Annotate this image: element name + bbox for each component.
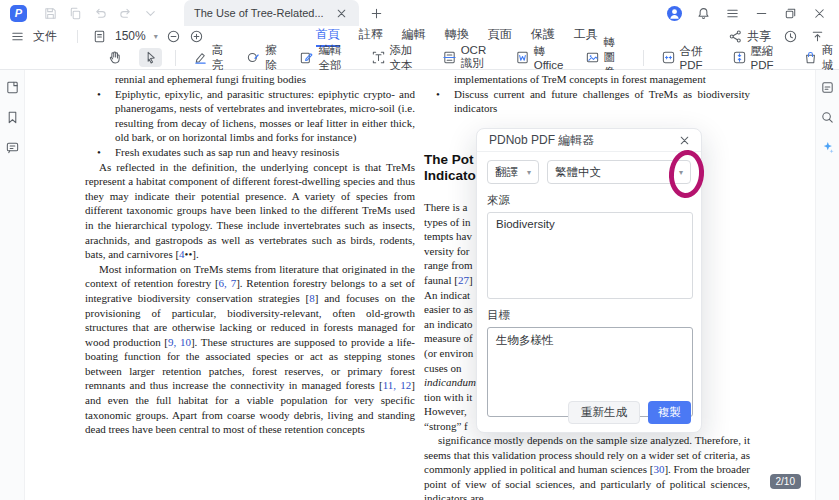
zoom-caret-icon[interactable]: ▾ (154, 32, 158, 41)
document-line: measure of (424, 331, 476, 346)
page-view-icon[interactable] (92, 29, 107, 44)
minimize-button[interactable] (754, 6, 769, 21)
document-right-column: implementations of TreM concepts in fore… (424, 72, 750, 116)
document-line: indicandum (424, 375, 476, 390)
dialog-close-icon[interactable] (677, 133, 692, 148)
new-tab-button[interactable] (369, 6, 384, 21)
ocr-label: OCR識別 (461, 44, 494, 71)
page-indicator[interactable]: 2/10 (770, 474, 801, 489)
copy-icon[interactable] (68, 6, 83, 21)
edit-all-label: 編輯全部 (318, 43, 349, 73)
source-textarea[interactable]: Biodiversity (487, 212, 693, 299)
document-line: implementations of TreM concepts in fore… (424, 72, 750, 87)
source-label: 來源 (477, 184, 701, 212)
pdf-editor-window: P The Use of Tree-Related... 文件 (0, 0, 839, 500)
document-line: As reflected in the definition, the unde… (85, 160, 415, 262)
document-line: rennial and ephemeral fungi fruiting bod… (85, 72, 415, 87)
document-line: faunal [27] (424, 273, 476, 288)
ocr-icon (442, 50, 457, 65)
document-line: types of in (424, 215, 476, 230)
user-avatar[interactable] (667, 6, 682, 21)
mode-select-value: 翻譯 (495, 165, 518, 180)
caret-down-icon[interactable] (143, 6, 158, 21)
document-line: tion with it (424, 390, 476, 405)
tab-close-icon[interactable] (334, 6, 349, 21)
right-sidebar (815, 70, 839, 500)
document-tab-title: The Use of Tree-Related... (194, 7, 324, 19)
highlight-label: 高亮 (212, 43, 225, 73)
titlebar: P The Use of Tree-Related... (0, 0, 839, 26)
document-line: Most information on TreMs stems from lit… (85, 262, 415, 437)
document-line: There is a (424, 200, 476, 215)
document-line: “strong” f (424, 419, 476, 434)
document-line: However, (424, 404, 476, 419)
office-icon (515, 50, 530, 65)
document-line: •Discuss current and future challenges o… (424, 87, 750, 116)
save-icon[interactable] (43, 6, 58, 21)
compress-pdf-button[interactable]: 壓縮PDF (728, 42, 786, 73)
notifications-bell-icon[interactable] (696, 6, 711, 21)
document-left-column: rennial and ephemeral fungi fruiting bod… (85, 72, 415, 437)
compress-icon (732, 50, 747, 65)
bullet-marker: • (436, 87, 440, 102)
merge-pdf-button[interactable]: 合併PDF (657, 42, 715, 73)
zoom-out-button[interactable] (166, 29, 181, 44)
document-line: cuses on (424, 361, 476, 376)
zoom-level[interactable]: 150% (115, 29, 146, 43)
document-line: •Epiphytic, epixylic, and parasitic stru… (85, 87, 415, 145)
file-menu[interactable]: 文件 (33, 28, 57, 45)
compress-pdf-label: 壓縮PDF (751, 44, 782, 71)
document-line: tempts hav (424, 229, 476, 244)
bullet-marker: • (97, 145, 101, 160)
thumbnails-icon[interactable] (5, 80, 20, 95)
bookmark-icon[interactable] (5, 110, 20, 125)
sparkle-icon[interactable] (820, 140, 835, 155)
to-office-label: 轉Office (534, 44, 564, 71)
chevron-down-icon: ▾ (527, 168, 531, 177)
store-label: 商城 (822, 43, 835, 73)
mode-select[interactable]: 翻譯 ▾ (487, 160, 539, 184)
hand-icon (107, 50, 122, 65)
erase-icon (246, 50, 261, 65)
toolbar-divider (175, 50, 176, 66)
language-select-value: 繁體中文 (555, 165, 601, 180)
target-label: 目標 (477, 299, 701, 327)
document-line: •Fresh exudates such as sap run and heav… (85, 145, 415, 160)
document-tab[interactable]: The Use of Tree-Related... (184, 0, 359, 26)
file-menu-icon[interactable] (10, 29, 25, 44)
hamburger-menu-icon[interactable] (725, 6, 740, 21)
comment-icon[interactable] (5, 140, 20, 155)
toolbar: 高亮擦除編輯全部添加文本OCR識別轉Office轉圖像合併PDF壓縮PDF商城 (0, 46, 839, 70)
store-icon (803, 50, 818, 65)
cloud-sync-icon[interactable] (783, 29, 798, 44)
image-icon (585, 50, 600, 65)
select-tool-button[interactable] (139, 48, 162, 67)
add-text-label: 添加文本 (390, 43, 421, 73)
document-line: range from (424, 258, 476, 273)
document-line: (or environ (424, 346, 476, 361)
add-text-icon (371, 50, 386, 65)
document-line: an indicato (424, 317, 476, 332)
edit-all-icon (299, 50, 314, 65)
copy-button[interactable]: 複製 (648, 401, 691, 424)
erase-label: 擦除 (265, 43, 278, 73)
ocr-button[interactable]: OCR識別 (438, 42, 498, 73)
left-sidebar (0, 70, 25, 500)
document-line: An indicat (424, 288, 476, 303)
restore-button[interactable] (783, 6, 798, 21)
section-heading: The PotIndicato (424, 152, 476, 184)
cursor-icon (143, 50, 158, 65)
regenerate-button[interactable]: 重新生成 (568, 401, 640, 424)
merge-icon (661, 50, 676, 65)
undo-icon[interactable] (93, 6, 108, 21)
document-paragraph: significance mostly depends on the sampl… (424, 433, 750, 500)
close-window-button[interactable] (812, 6, 827, 21)
search-icon[interactable] (820, 110, 835, 125)
redo-icon[interactable] (118, 6, 133, 21)
panel-icon[interactable] (820, 80, 835, 95)
pdnob-translate-dialog: PDNob PDF 編輯器 翻譯 ▾ 繁體中文 ▾ 來源 Biodiversit… (476, 128, 702, 433)
to-office-button[interactable]: 轉Office (511, 42, 568, 73)
app-logo: P (10, 5, 27, 22)
hand-tool-button[interactable] (103, 48, 126, 67)
document-line: versity for (424, 244, 476, 259)
